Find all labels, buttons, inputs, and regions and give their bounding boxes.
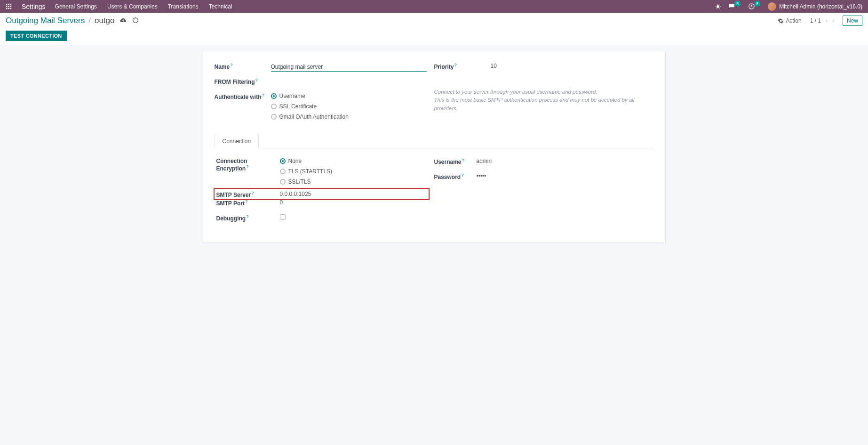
username-label: Username? (434, 157, 477, 165)
auth-note: Connect to your server through your usua… (434, 87, 646, 113)
breadcrumb-current: outgo (95, 16, 115, 25)
radio-icon (271, 93, 277, 99)
from-filtering-label: FROM Filtering? (215, 77, 271, 85)
breadcrumb-row: Outgoing Mail Servers / outgo Action 1 /… (6, 16, 862, 26)
priority-label: Priority? (434, 62, 491, 70)
debugging-label: Debugging? (216, 213, 280, 222)
help-icon[interactable]: ? (230, 63, 233, 67)
svg-rect-8 (10, 8, 12, 9)
svg-rect-5 (10, 6, 12, 7)
activities-badge: 8 (754, 1, 760, 7)
radio-icon (280, 169, 286, 174)
svg-rect-7 (8, 8, 9, 9)
messages-badge: 5 (734, 1, 741, 7)
smtp-port-value[interactable]: 0 (280, 198, 427, 206)
control-bar: Outgoing Mail Servers / outgo Action 1 /… (0, 13, 868, 45)
messages-indicator[interactable]: 5 (728, 3, 741, 10)
name-label: Name? (215, 62, 271, 70)
help-icon[interactable]: ? (246, 214, 249, 219)
auth-option-username[interactable]: Username (271, 93, 427, 99)
nav-item-technical[interactable]: Technical (209, 3, 232, 10)
tab-connection[interactable]: Connection (215, 134, 259, 148)
enc-option-ssl[interactable]: SSL/TLS (280, 178, 427, 185)
help-icon[interactable]: ? (461, 173, 464, 178)
svg-rect-4 (8, 6, 9, 7)
nav-menu: General Settings Users & Companies Trans… (55, 3, 232, 10)
nav-item-translations[interactable]: Translations (168, 3, 199, 10)
breadcrumb-root[interactable]: Outgoing Mail Servers (6, 16, 85, 25)
action-label: Action (786, 17, 801, 24)
radio-icon (280, 179, 286, 185)
form-sheet: Name? FROM Filtering? Authenticate with?… (203, 51, 666, 243)
password-label: Password? (434, 172, 477, 180)
discard-icon[interactable] (132, 17, 139, 25)
auth-option-ssl-cert[interactable]: SSL Certificate (271, 103, 427, 110)
encryption-label: Connection Encryption? (216, 157, 280, 172)
help-icon[interactable]: ? (255, 78, 258, 82)
avatar (768, 2, 776, 11)
help-icon[interactable]: ? (251, 191, 254, 195)
username-value[interactable]: admin (477, 157, 645, 164)
apps-icon[interactable] (6, 3, 12, 10)
svg-point-9 (717, 5, 719, 8)
help-icon[interactable]: ? (262, 93, 265, 97)
pager: 1 / 1 ‹ › (810, 17, 834, 24)
help-icon[interactable]: ? (246, 164, 249, 169)
enc-option-tls[interactable]: TLS (STARTTLS) (280, 168, 427, 175)
help-icon[interactable]: ? (245, 199, 248, 204)
svg-rect-3 (6, 6, 8, 7)
enc-option-none[interactable]: None (280, 158, 427, 164)
new-button[interactable]: New (843, 16, 862, 26)
radio-icon (271, 104, 277, 109)
svg-rect-2 (10, 3, 12, 5)
debug-icon[interactable] (715, 3, 721, 10)
debugging-checkbox[interactable] (280, 214, 286, 220)
svg-rect-0 (6, 3, 8, 5)
radio-icon (271, 114, 277, 120)
user-name: Mitchell Admin (horizontal_v16.0) (779, 3, 862, 10)
priority-value[interactable]: 10 (491, 62, 646, 69)
pager-position: 1 / 1 (810, 17, 821, 24)
top-navbar: Settings General Settings Users & Compan… (0, 0, 868, 13)
pager-prev-icon[interactable]: ‹ (826, 17, 828, 24)
action-menu[interactable]: Action (778, 17, 801, 24)
encryption-radio-group: None TLS (STARTTLS) SSL/TLS (280, 157, 427, 185)
password-value[interactable]: ••••• (477, 172, 645, 179)
nav-item-general[interactable]: General Settings (55, 3, 97, 10)
activities-indicator[interactable]: 8 (748, 3, 761, 10)
breadcrumb-sep: / (88, 16, 91, 25)
nav-item-users[interactable]: Users & Companies (107, 3, 158, 10)
auth-radio-group: Username SSL Certificate Gmail OAuth Aut… (271, 92, 427, 120)
pager-next-icon[interactable]: › (832, 17, 834, 24)
tabs: Connection (215, 133, 654, 148)
nav-right: 5 8 Mitchell Admin (horizontal_v16.0) (715, 2, 862, 11)
user-menu[interactable]: Mitchell Admin (horizontal_v16.0) (768, 2, 862, 11)
help-icon[interactable]: ? (462, 158, 465, 162)
app-name[interactable]: Settings (22, 3, 46, 10)
svg-rect-1 (8, 3, 9, 5)
svg-rect-6 (6, 8, 8, 9)
unsaved-icon[interactable] (120, 17, 127, 25)
authenticate-label: Authenticate with? (215, 92, 271, 100)
test-connection-button[interactable]: TEST CONNECTION (6, 31, 67, 41)
smtp-server-label: SMTP Server? (216, 190, 280, 198)
help-icon[interactable]: ? (454, 63, 457, 67)
auth-option-gmail-oauth[interactable]: Gmail OAuth Authentication (271, 113, 427, 120)
smtp-port-label: SMTP Port? (216, 198, 280, 207)
smtp-server-value[interactable]: 0.0.0.0:1025 (280, 190, 427, 197)
radio-icon (280, 158, 286, 164)
name-input[interactable] (271, 63, 427, 72)
